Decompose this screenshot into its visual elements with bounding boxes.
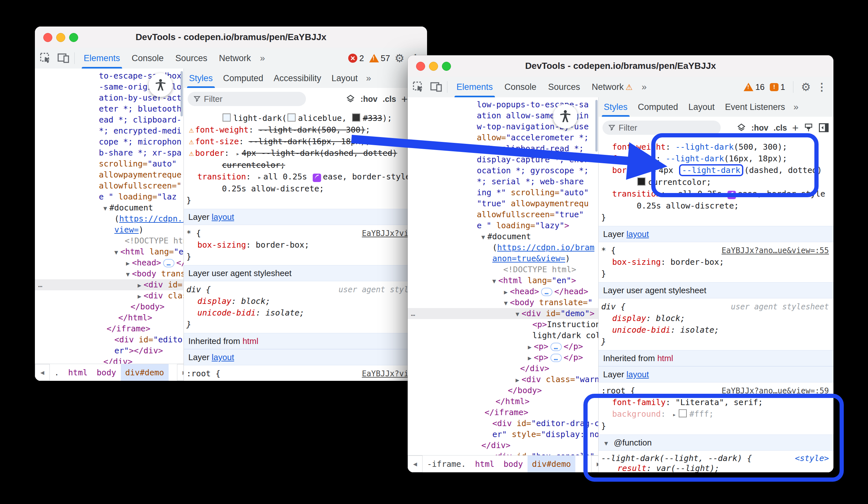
device-toolbar-icon[interactable] <box>56 51 71 65</box>
dom-tree-row[interactable]: ocation *; gyroscope *; <box>408 165 598 176</box>
dom-tree-row[interactable]: allow="accelerometer *; <box>408 132 598 143</box>
row-overflow-menu[interactable]: … <box>38 279 43 290</box>
dom-tree-row[interactable]: <!DOCTYPE htm <box>35 235 184 246</box>
style-declaration-line[interactable]: } <box>184 195 427 206</box>
style-declaration-line[interactable]: ⚠font-weight: --light-dark(500, 300); <box>184 124 427 136</box>
bezier-editor-icon[interactable] <box>313 174 321 182</box>
dom-tree-row[interactable]: ▼#document <box>408 231 598 242</box>
dom-tree-row[interactable]: er" style="display: non <box>408 429 598 440</box>
breadcrumb-item[interactable]: div#demo <box>121 364 169 381</box>
breadcrumb-back-button[interactable]: ◀ <box>408 455 423 472</box>
sidebar-tab-layout[interactable]: Layout <box>683 97 720 117</box>
tab-sources[interactable]: Sources <box>169 48 213 69</box>
dom-tree-row[interactable]: (https://cdpn.i <box>35 213 184 224</box>
titlebar[interactable]: DevTools - codepen.io/bramus/pen/EaYBJJx <box>35 27 427 48</box>
console-badges[interactable]: ✕257 <box>348 53 390 63</box>
style-declaration-line[interactable]: light-dark(aliceblue, #333); <box>184 112 427 124</box>
style-declaration-line[interactable]: box-sizing: border-box; <box>184 239 427 251</box>
style-declaration-line[interactable]: font-family: "Literata", serif; <box>184 380 427 381</box>
dom-tree-row[interactable]: ation-by-user-act <box>35 92 184 103</box>
sidebar-more-tabs-chevron[interactable]: » <box>363 73 374 83</box>
style-declaration-line[interactable]: 0.25s allow-discrete; <box>599 200 834 212</box>
dom-tree-row[interactable]: anon=true&view=) <box>408 253 598 264</box>
style-declaration-line[interactable]: * {EaYBJJx?ano…ue&view=:55 <box>599 245 834 256</box>
breadcrumb-item[interactable]: body <box>92 364 121 381</box>
style-declaration-line[interactable]: } <box>184 319 427 330</box>
style-declaration-line[interactable]: :root {EaYBJJx?view= <box>184 368 427 380</box>
breadcrumb-back-button[interactable]: ◀ <box>35 364 50 381</box>
tab-console[interactable]: Console <box>499 77 542 97</box>
style-declaration-line[interactable]: display: block; <box>184 295 427 307</box>
style-declaration-line[interactable]: box-sizing: border-box; <box>599 256 834 268</box>
color-swatch[interactable] <box>679 409 687 417</box>
dom-tree-row[interactable]: </html> <box>408 396 598 407</box>
dom-tree-row[interactable]: ▶<p>…</p> <box>408 341 598 352</box>
inspect-element-icon[interactable] <box>411 80 426 94</box>
kebab-menu-icon[interactable]: ⋮ <box>815 81 828 93</box>
warning-count-badge[interactable]: 57 <box>369 53 390 63</box>
settings-gear-icon[interactable]: ⚙ <box>395 52 404 65</box>
element-state-icon[interactable] <box>736 123 746 132</box>
dom-tree-row[interactable]: ▼#document <box>35 202 184 213</box>
style-declaration-line[interactable]: currentcolor; <box>599 177 834 188</box>
dom-tree-row[interactable]: e " loading="lazy"> <box>408 220 598 231</box>
dom-tree-row[interactable]: "true" allowpaymentrequ <box>408 198 598 209</box>
device-toolbar-icon[interactable] <box>429 80 444 94</box>
dom-tree-row[interactable]: cope *; microphon <box>35 137 184 148</box>
stylesheet-source-link[interactable]: EaYBJJx?ano…ue&view=:59 <box>722 385 829 397</box>
dom-tree-row[interactable]: ▼<html lang="e <box>35 246 184 257</box>
style-declaration-line[interactable]: unicode-bidi: isolate; <box>599 324 834 336</box>
sidebar-tab-layout[interactable]: Layout <box>326 69 363 88</box>
style-declaration-line[interactable]: --light-dark(--light, --dark) {<style> <box>599 453 834 463</box>
style-declaration-line[interactable]: * {EaYBJJx?view= <box>184 228 427 239</box>
color-swatch[interactable] <box>352 113 360 122</box>
style-declaration-line[interactable]: :root {EaYBJJx?ano…ue&view=:59 <box>599 385 834 397</box>
dom-scrollbar[interactable] <box>180 71 183 117</box>
style-declaration-line[interactable]: unicode-bidi: isolate; <box>184 307 427 319</box>
settings-gear-icon[interactable]: ⚙ <box>801 81 811 93</box>
dom-tree-row[interactable]: eter *; bluetooth <box>35 103 184 114</box>
dom-tree-row[interactable]: …▼<div id="demo"> <box>408 308 598 319</box>
new-style-rule-button[interactable]: + <box>401 93 408 105</box>
layer-link[interactable]: layout <box>626 229 649 239</box>
style-declaration-line[interactable]: transition: ▸all 0.25s ease, border-styl… <box>599 188 834 200</box>
style-declaration-line[interactable]: result: var(--light); <box>599 463 834 472</box>
dom-tree-row[interactable]: ▼<body translate=" <box>408 297 598 308</box>
layer-link[interactable]: layout <box>211 212 234 222</box>
dom-tree-row[interactable]: scrolling="auto" <box>35 159 184 169</box>
stylesheet-source-link[interactable]: <style> <box>795 453 829 463</box>
style-declaration-line[interactable]: div {user agent stylesheet <box>599 301 834 313</box>
tab-console[interactable]: Console <box>126 48 169 69</box>
dom-scrollbar[interactable] <box>595 100 598 152</box>
dom-tree-row[interactable]: display-capture *; encr <box>408 154 598 165</box>
breadcrumb-item[interactable]: html <box>471 455 499 472</box>
sidebar-tab-computed[interactable]: Computed <box>218 69 269 88</box>
layer-link[interactable]: layout <box>626 370 649 379</box>
row-overflow-menu[interactable]: … <box>411 308 416 319</box>
dom-tree-row[interactable]: allowpaymentreque <box>35 169 184 180</box>
style-declaration-line[interactable]: display: block; <box>599 313 834 324</box>
sidebar-tab-styles[interactable]: Styles <box>184 69 218 88</box>
error-count-badge[interactable]: ✕2 <box>348 53 364 63</box>
titlebar[interactable]: DevTools - codepen.io/bramus/pen/EaYBJJx <box>408 55 834 77</box>
style-declaration-line[interactable]: font-family: "Literata", serif; <box>599 397 834 408</box>
color-swatch[interactable] <box>637 178 645 185</box>
more-tabs-chevron[interactable]: » <box>638 82 650 92</box>
element-state-icon[interactable] <box>345 94 355 104</box>
dom-tree-row[interactable]: …▶<div id=" <box>35 279 184 290</box>
style-declaration-line[interactable]: 0.25s allow-discrete; <box>184 183 427 195</box>
dom-tree-row[interactable]: ▼<body trans <box>35 268 184 279</box>
style-declaration-line[interactable]: ⚠font-size: --light-dark(16px, 18px); <box>184 136 427 148</box>
dom-tree-row[interactable]: low-popups-to-escape-sa <box>408 99 598 110</box>
style-declaration-line[interactable]: currentcolor; <box>184 159 427 171</box>
dom-tree-row[interactable]: </iframe> <box>408 407 598 418</box>
dom-tree-row[interactable]: er"></div> <box>35 345 184 356</box>
dom-tree-row[interactable]: </div> <box>408 440 598 451</box>
tab-elements[interactable]: Elements <box>78 48 126 69</box>
toggle-hov-button[interactable]: :hov <box>361 94 378 104</box>
dom-tree-row[interactable]: (https://cdpn.io/bram <box>408 242 598 253</box>
style-declaration-line[interactable]: transition: ▸all 0.25s ease, border-styl… <box>184 171 427 183</box>
breadcrumb-item[interactable]: -iframe. <box>423 455 471 472</box>
toggle-cls-button[interactable]: .cls <box>773 123 787 132</box>
dom-tree-row[interactable]: ▶<div id="box-console" cla <box>408 451 598 455</box>
